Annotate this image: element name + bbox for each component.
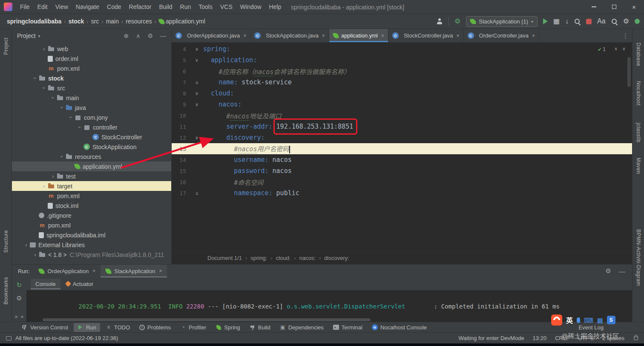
tree-item-stock[interactable]: ›stock: [12, 73, 171, 83]
fold-icon[interactable]: ∨: [190, 91, 203, 96]
menu-build[interactable]: Build: [155, 3, 176, 10]
breadcrumb-item-main[interactable]: main: [106, 18, 119, 25]
fold-icon[interactable]: ∨: [190, 102, 203, 107]
mic-icon[interactable]: [577, 317, 580, 323]
tree-item-application.yml[interactable]: application.yml: [12, 161, 171, 171]
breadcrumb-item-resources[interactable]: resources: [126, 18, 152, 25]
code-line-13[interactable]: 13 #nacos用户名密码: [172, 143, 632, 154]
tool-window-button-bpmn-activiti-diagram[interactable]: BPMN-Activiti-Diagram: [635, 229, 641, 286]
menu-run[interactable]: Run: [176, 3, 195, 10]
chevron-expanded-icon[interactable]: ›: [59, 153, 65, 160]
stop-button[interactable]: [586, 19, 592, 24]
tree-item-src[interactable]: ›src: [12, 83, 171, 93]
tree-item-controller[interactable]: ›controller: [12, 122, 171, 132]
close-tab-icon[interactable]: ×: [159, 268, 162, 274]
code-line-12[interactable]: 12∨ discovery:: [172, 132, 632, 143]
tool-button-dependencies[interactable]: ▣Dependencies: [276, 323, 328, 332]
editor-tab-stockapplication.java[interactable]: CStockApplication.java×: [250, 29, 329, 42]
editor-breadcrumb-nacos-[interactable]: nacos:: [299, 255, 316, 261]
tree-item-stockapplication[interactable]: CStockApplication: [12, 142, 171, 152]
tool-window-button-structure[interactable]: Structure: [3, 230, 9, 253]
breadcrumb-item-stock[interactable]: stock: [69, 18, 84, 25]
menu-navigate[interactable]: Navigate: [72, 3, 103, 10]
code-line-6[interactable]: 6 #应用名称（nacos会将该名称当做服务名称）: [172, 66, 632, 77]
code-line-14[interactable]: 14 username: nacos: [172, 154, 632, 165]
chevron-collapsed-icon[interactable]: ›: [49, 173, 57, 179]
console-subtab-console[interactable]: Console: [31, 279, 60, 289]
menu-help[interactable]: Help: [265, 3, 285, 10]
tool-button-build[interactable]: Build: [246, 323, 274, 332]
tree-item-pom.xml[interactable]: mpom.xml: [12, 191, 171, 201]
tree-item--1.8-[interactable]: ›< 1.8 >C:\Program Files\Java\jdk1.8.0_2…: [12, 250, 171, 260]
code-line-16[interactable]: 16 #命名空间: [172, 176, 632, 187]
rerun-icon[interactable]: ↻: [17, 282, 22, 288]
chevron-collapsed-icon[interactable]: ›: [40, 46, 48, 52]
tree-item-pom.xml[interactable]: mpom.xml: [12, 63, 171, 73]
menu-view[interactable]: View: [52, 3, 72, 10]
tree-item-external-libraries[interactable]: ›External Libraries: [12, 240, 171, 250]
chevron-expanded-icon[interactable]: ›: [68, 114, 74, 121]
tab-options-icon[interactable]: ⋮: [622, 29, 629, 42]
close-tab-icon[interactable]: ×: [381, 33, 384, 39]
ime-toolbar[interactable]: 英 ⌨ ▦ S: [551, 314, 615, 326]
maximize-button[interactable]: [604, 0, 624, 14]
close-tab-icon[interactable]: ×: [322, 33, 325, 39]
editor-tab-ordercontroller.java[interactable]: COrderController.java×: [464, 29, 539, 42]
tree-item-resources[interactable]: ›resources: [12, 152, 171, 161]
tree-item-pom.xml[interactable]: mpom.xml: [12, 220, 171, 230]
inspections-widget[interactable]: ✔ 1: [598, 46, 606, 52]
translate-icon[interactable]: Aa: [597, 18, 606, 25]
chevron-expanded-icon[interactable]: ›: [50, 94, 56, 101]
minimize-button[interactable]: [584, 0, 604, 14]
chevron-collapsed-icon[interactable]: ›: [32, 252, 39, 257]
chevron-expanded-icon[interactable]: ›: [59, 104, 65, 111]
menu-file[interactable]: File: [16, 3, 34, 10]
tool-button-terminal[interactable]: Terminal: [329, 323, 366, 332]
close-button[interactable]: ×: [624, 0, 644, 14]
editor-breadcrumb-cloud-[interactable]: cloud:: [276, 255, 291, 261]
code-line-4[interactable]: 4∨spring:: [172, 43, 632, 55]
services-icon[interactable]: ▦: [553, 18, 560, 25]
tree-item-main[interactable]: ›main: [12, 93, 171, 103]
collapse-all-icon[interactable]: ∧: [136, 32, 140, 39]
tree-item-stock.iml[interactable]: stock.iml: [12, 201, 171, 210]
tree-item-springcloudalibaba.iml[interactable]: springcloudalibaba.iml: [12, 230, 171, 240]
code-line-5[interactable]: 5∨ application:: [172, 55, 632, 66]
code-line-11[interactable]: 11 server-addr: 192.168.253.131:8851: [172, 121, 632, 132]
tool-button-problems[interactable]: Problems: [135, 323, 175, 332]
gutter-mark-icon[interactable]: ⌂: [190, 80, 203, 85]
lock-icon[interactable]: [634, 337, 638, 340]
tree-item-java[interactable]: ›java: [12, 103, 171, 112]
status-item-waiting-for-enter-devmode[interactable]: Waiting for enter DevMode: [458, 335, 524, 341]
menu-tools[interactable]: Tools: [195, 3, 216, 10]
run-config-select[interactable]: StackApplication (1)▾: [466, 16, 538, 27]
expand-toolbar-icons[interactable]: »»: [15, 314, 23, 322]
editor-tab-stockcontroller.java[interactable]: CStockController.java×: [388, 29, 464, 42]
tree-item-target[interactable]: ›target: [12, 181, 171, 191]
tool-window-button-jclasslib[interactable]: jclasslib: [635, 123, 641, 143]
chevron-expanded-icon[interactable]: ›: [32, 75, 38, 82]
editor-breadcrumb-document-1-1[interactable]: Document 1/1: [207, 255, 242, 261]
tool-button-nocalhost-console[interactable]: Nocalhost Console: [368, 323, 431, 332]
user-icon[interactable]: [436, 18, 443, 25]
sogou-icon[interactable]: S: [607, 316, 615, 324]
menu-window[interactable]: Window: [236, 3, 265, 10]
wrench-icon[interactable]: ⚙: [16, 295, 22, 301]
code-line-8[interactable]: 8∨ cloud:: [172, 88, 632, 99]
editor-scrollbar[interactable]: [627, 57, 631, 87]
tool-button-version-control[interactable]: Version Control: [18, 323, 72, 332]
nocalhost-dev-icon[interactable]: ⚙: [454, 18, 460, 25]
tree-item-test[interactable]: ›test: [12, 171, 171, 181]
chevron-expanded-icon[interactable]: ›: [41, 84, 47, 92]
close-tab-icon[interactable]: ×: [92, 268, 95, 274]
tool-window-button-maven[interactable]: Maven: [635, 158, 641, 174]
tool-window-button-nocalhost[interactable]: Nocalhost: [635, 81, 641, 106]
project-view-selector[interactable]: Project ▾: [17, 32, 40, 39]
tree-item-web[interactable]: ›web: [12, 44, 171, 54]
menu-code[interactable]: Code: [103, 3, 125, 10]
menu-vcs[interactable]: VCS: [216, 3, 236, 10]
chevron-collapsed-icon[interactable]: ›: [23, 242, 30, 248]
run-button[interactable]: [543, 18, 548, 24]
tree-item-stockcontroller[interactable]: CStockController: [12, 132, 171, 142]
hide-panel-icon[interactable]: —: [619, 268, 625, 275]
